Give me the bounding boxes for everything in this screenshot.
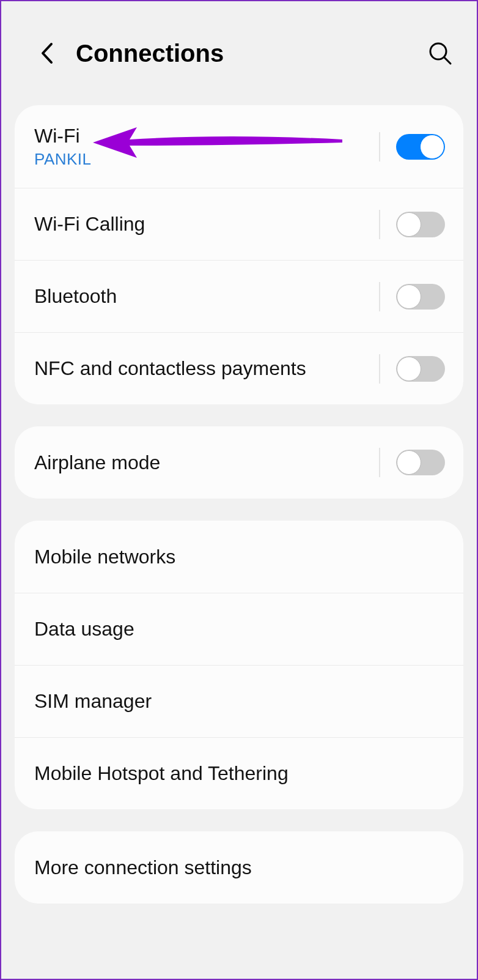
row-more-connection-settings[interactable]: More connection settings xyxy=(15,831,463,904)
row-subtitle: PANKIL xyxy=(34,150,379,169)
row-label: Wi-Fi xyxy=(34,125,379,147)
divider xyxy=(379,210,380,239)
divider xyxy=(379,448,380,477)
row-label: Wi-Fi Calling xyxy=(34,213,379,236)
settings-group-mobile: Mobile networks Data usage SIM manager M… xyxy=(15,521,463,809)
nfc-toggle[interactable] xyxy=(396,356,445,382)
wifi-calling-toggle[interactable] xyxy=(396,212,445,237)
row-label: Data usage xyxy=(34,618,445,640)
row-data-usage[interactable]: Data usage xyxy=(15,593,463,665)
header: Connections xyxy=(1,1,477,105)
wifi-toggle[interactable] xyxy=(396,134,445,160)
row-label: Mobile Hotspot and Tethering xyxy=(34,762,445,785)
row-label: More connection settings xyxy=(34,856,445,879)
row-bluetooth[interactable]: Bluetooth xyxy=(15,260,463,332)
search-icon xyxy=(428,41,452,65)
row-nfc[interactable]: NFC and contactless payments xyxy=(15,332,463,404)
row-label: Mobile networks xyxy=(34,546,445,568)
search-button[interactable] xyxy=(427,40,454,67)
row-label: SIM manager xyxy=(34,690,445,713)
row-hotspot-tethering[interactable]: Mobile Hotspot and Tethering xyxy=(15,737,463,809)
settings-group-airplane: Airplane mode xyxy=(15,426,463,499)
divider xyxy=(379,132,380,161)
back-button[interactable] xyxy=(34,41,59,65)
settings-group-wireless: Wi-Fi PANKIL Wi-Fi Calling Bluetooth NFC… xyxy=(15,105,463,404)
chevron-left-icon xyxy=(40,42,53,64)
divider xyxy=(379,282,380,311)
page-title: Connections xyxy=(76,40,427,67)
airplane-mode-toggle[interactable] xyxy=(396,450,445,475)
settings-group-more: More connection settings xyxy=(15,831,463,904)
row-wifi[interactable]: Wi-Fi PANKIL xyxy=(15,105,463,188)
row-mobile-networks[interactable]: Mobile networks xyxy=(15,521,463,593)
row-wifi-calling[interactable]: Wi-Fi Calling xyxy=(15,188,463,260)
svg-line-1 xyxy=(444,58,450,64)
bluetooth-toggle[interactable] xyxy=(396,284,445,310)
row-sim-manager[interactable]: SIM manager xyxy=(15,665,463,737)
row-airplane-mode[interactable]: Airplane mode xyxy=(15,426,463,499)
row-label: Bluetooth xyxy=(34,285,379,308)
row-label: Airplane mode xyxy=(34,451,379,474)
row-label: NFC and contactless payments xyxy=(34,357,379,380)
divider xyxy=(379,354,380,384)
